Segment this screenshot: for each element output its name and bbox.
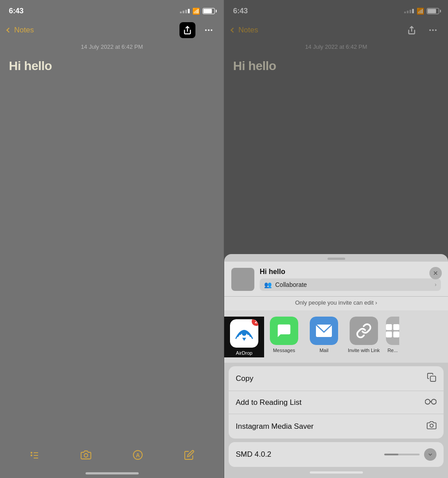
svg-rect-22 <box>393 332 400 338</box>
mail-label: Mail <box>319 348 328 353</box>
more-svg <box>386 323 399 339</box>
close-icon: ✕ <box>433 270 438 277</box>
messages-icon-bg <box>270 317 298 345</box>
instagram-action-label: Instagram Media Saver <box>236 422 314 431</box>
signal-icon-left <box>180 9 190 13</box>
more-label: Re... <box>387 348 397 353</box>
mail-icon-wrapper <box>310 317 338 345</box>
share-header: Hi hello 👥 Collaborate › ✕ <box>224 262 448 297</box>
svg-point-27 <box>430 424 433 427</box>
battery-icon-left <box>203 8 215 14</box>
svg-rect-21 <box>386 332 392 338</box>
compose-button[interactable] <box>184 450 195 460</box>
airdrop-label: AirDrop <box>236 350 252 356</box>
invite-link-item[interactable]: Invite with Link <box>344 317 384 357</box>
invite-svg <box>356 323 372 339</box>
share-button-left[interactable] <box>179 22 195 38</box>
share-actions-list: Copy Add to Reading List <box>229 366 444 439</box>
home-indicator-left <box>86 472 139 474</box>
reading-list-action-label: Add to Reading List <box>236 398 301 407</box>
svg-point-4 <box>31 452 32 454</box>
smd-action-label: SMD 4.0.2 <box>236 450 271 459</box>
svg-point-2 <box>208 29 210 31</box>
note-content-left: Hi hello <box>0 55 224 441</box>
svg-point-3 <box>211 29 213 31</box>
nav-right-left <box>179 22 217 38</box>
svg-rect-20 <box>393 324 400 330</box>
collaborate-row[interactable]: 👥 Collaborate › <box>260 278 441 291</box>
svg-point-24 <box>425 400 430 404</box>
note-date-left: 14 July 2022 at 6:42 PM <box>0 43 224 55</box>
instagram-action-item[interactable]: Instagram Media Saver <box>229 414 444 439</box>
svg-point-1 <box>205 29 207 31</box>
mail-icon-bg <box>310 317 338 345</box>
invite-icon-wrapper <box>350 317 378 345</box>
checklist-button[interactable] <box>29 450 40 460</box>
copy-action-label: Copy <box>236 374 253 383</box>
note-title-left: Hi hello <box>9 59 215 73</box>
copy-icon <box>427 372 436 384</box>
collaborate-icon: 👥 <box>264 281 272 288</box>
svg-marker-17 <box>242 338 246 341</box>
share-info: Hi hello 👥 Collaborate › <box>260 268 441 291</box>
svg-text:A: A <box>136 452 140 458</box>
messages-svg <box>276 322 292 339</box>
more-button-left[interactable] <box>201 22 217 38</box>
more-icon-wrapper <box>386 317 399 345</box>
right-phone-panel: 6:43 📶 Notes <box>224 0 448 478</box>
smd-action-item[interactable]: SMD 4.0.2 <box>229 442 444 467</box>
expand-button[interactable] <box>424 448 436 461</box>
status-bar-left: 6:43 📶 <box>0 0 224 20</box>
back-button-left[interactable]: Notes <box>7 26 34 35</box>
status-time-left: 6:43 <box>9 7 23 16</box>
camera-icon <box>427 420 436 432</box>
messages-icon-wrapper <box>270 317 298 345</box>
back-label-left: Notes <box>14 26 34 35</box>
smd-right <box>384 448 436 461</box>
svg-rect-19 <box>386 324 392 330</box>
wifi-icon-left: 📶 <box>192 8 200 15</box>
airdrop-app-item[interactable]: 2 <box>224 317 264 357</box>
left-phone-panel: 6:43 📶 Notes <box>0 0 224 478</box>
close-share-button[interactable]: ✕ <box>429 267 442 279</box>
collaborate-label: Collaborate <box>275 281 431 288</box>
share-overlay: Hi hello 👥 Collaborate › ✕ Only people y… <box>224 0 448 478</box>
svg-point-25 <box>432 400 436 404</box>
mail-svg <box>316 324 332 337</box>
more-app-item[interactable]: Re... <box>384 317 401 357</box>
svg-rect-23 <box>430 376 436 381</box>
messages-label: Messages <box>273 348 295 353</box>
home-indicator-right <box>310 471 363 474</box>
edit-link-row[interactable]: Only people you invite can edit › <box>224 297 448 310</box>
share-sheet: Hi hello 👥 Collaborate › ✕ Only people y… <box>224 254 448 478</box>
edit-link-label: Only people you invite can edit › <box>295 299 377 306</box>
bottom-toolbar-left: A <box>0 441 224 472</box>
share-thumbnail <box>231 268 254 291</box>
status-icons-left: 📶 <box>180 8 215 15</box>
collaborate-arrow-icon: › <box>435 282 436 288</box>
app-icons-row: 2 <box>224 310 448 363</box>
messages-app-item[interactable]: Messages <box>264 317 304 357</box>
invite-label: Invite with Link <box>348 348 380 353</box>
copy-action-item[interactable]: Copy <box>229 366 444 391</box>
more-icon-bg <box>386 317 399 345</box>
markup-button[interactable]: A <box>132 450 143 460</box>
nav-bar-left: Notes <box>0 20 224 43</box>
mail-app-item[interactable]: Mail <box>304 317 344 357</box>
airdrop-icon-wrapper: 2 <box>230 319 258 348</box>
svg-point-5 <box>31 454 32 456</box>
share-note-title: Hi hello <box>260 268 441 276</box>
camera-button[interactable] <box>81 450 91 460</box>
reading-list-action-item[interactable]: Add to Reading List <box>229 391 444 414</box>
svg-point-9 <box>84 454 88 457</box>
invite-icon-bg <box>350 317 378 345</box>
airdrop-svg <box>234 324 254 343</box>
sheet-handle <box>327 258 345 260</box>
chevron-left-icon-left <box>6 27 11 32</box>
glasses-icon <box>425 397 436 407</box>
